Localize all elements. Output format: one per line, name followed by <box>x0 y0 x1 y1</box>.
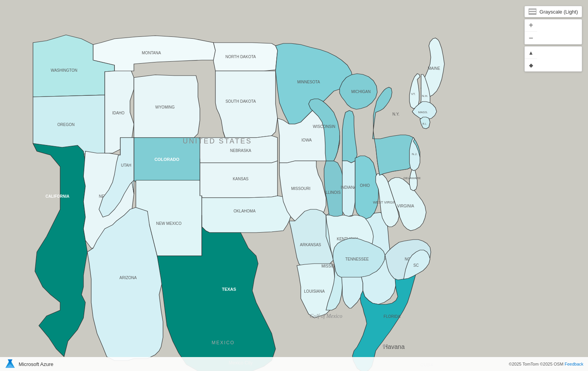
state-label-kansas: KANSAS <box>233 177 249 181</box>
state-label-virginia: VIRGINIA <box>397 204 414 208</box>
state-label-arkansas: ARKANSAS <box>300 243 321 247</box>
state-label-nebraska: NEBRASKA <box>230 148 252 153</box>
map-controls: Grayscale (Light) + − ▲ ◆ <box>524 6 582 72</box>
state-label-nh: N.H. <box>422 94 428 98</box>
state-label-texas: TEXAS <box>222 287 236 292</box>
state-label-ohio: OHIO <box>360 183 370 188</box>
microsoft-azure-logo: Microsoft Azure <box>5 359 54 369</box>
map-svg: WASHINGTON OREGON CALIFORNIA NEVADA IDAH… <box>0 0 588 371</box>
layer-label: Grayscale (Light) <box>539 9 578 15</box>
state-label-mass: MASS. <box>418 110 428 114</box>
map-container: WASHINGTON OREGON CALIFORNIA NEVADA IDAH… <box>0 0 588 371</box>
state-label-indiana: INDIANA <box>341 185 357 190</box>
zoom-controls: + − <box>524 19 582 45</box>
feedback-link[interactable]: Feedback <box>565 362 583 366</box>
state-label-illinois: ILLINOIS <box>324 190 340 195</box>
state-south-dakota[interactable] <box>215 71 278 138</box>
state-label-idaho: IDAHO <box>112 111 125 115</box>
state-label-florida: FLORIDA <box>383 314 401 319</box>
location-button[interactable]: ◆ <box>525 59 537 71</box>
compass-button[interactable]: ▲ <box>525 47 537 59</box>
state-label-north-dakota: NORTH DAKOTA <box>225 55 256 59</box>
mexico-label: MEXICO <box>212 340 234 345</box>
state-label-utah: UTAH <box>121 163 131 167</box>
state-label-louisiana: LOUISIANA <box>304 289 325 293</box>
state-label-tennessee: TENNESSEE <box>345 257 369 261</box>
state-label-delaware: DELAWARE <box>404 176 421 180</box>
state-label-nj: N.J. <box>412 152 417 156</box>
state-label-washington: WASHINGTON <box>51 68 77 72</box>
havana-dot <box>383 344 386 347</box>
attribution-tomtom: ©2025 TomTom ©2025 OSM <box>509 362 564 366</box>
layer-indicator[interactable]: Grayscale (Light) <box>524 6 582 17</box>
bottom-bar: Microsoft Azure ©2025 TomTom ©2025 OSM F… <box>0 357 588 371</box>
state-label-new-york: N.Y. <box>392 112 399 116</box>
state-label-iowa: IOWA <box>302 138 312 142</box>
state-label-ri: R.I. <box>423 123 427 125</box>
havana-label: Havana <box>383 343 404 350</box>
gulf-label: Gulf of Mexico <box>310 313 342 319</box>
azure-logo-icon <box>5 359 16 369</box>
azure-brand-text: Microsoft Azure <box>19 361 54 367</box>
state-label-wyoming: WYOMING <box>155 105 175 109</box>
state-label-south-dakota: SOUTH DAKOTA <box>225 99 256 104</box>
state-label-montana: MONTANA <box>142 51 161 55</box>
state-label-sc: SC <box>413 263 419 267</box>
zoom-out-button[interactable]: − <box>525 32 537 44</box>
zoom-in-button[interactable]: + <box>525 19 537 32</box>
layer-icon <box>529 9 536 15</box>
map-center-label: UNITED STATES <box>183 137 252 145</box>
state-label-maine: MAINE <box>428 66 440 71</box>
state-label-colorado: COLORADO <box>154 157 180 162</box>
state-label-oregon: OREGON <box>57 123 75 127</box>
state-label-minnesota: MINNESOTA <box>297 80 320 84</box>
state-oklahoma[interactable] <box>202 196 291 233</box>
state-label-wisconsin: WISCONSIN <box>313 124 335 129</box>
state-label-california: CALIFORNIA <box>45 194 69 198</box>
attribution-text: ©2025 TomTom ©2025 OSM Feedback <box>509 362 583 366</box>
state-label-oklahoma: OKLAHOMA <box>234 209 256 213</box>
state-label-arizona: ARIZONA <box>120 276 137 280</box>
state-label-vt: VT. <box>411 92 416 96</box>
state-label-new-mexico: NEW MEXICO <box>156 221 182 226</box>
state-label-missouri: MISSOURI <box>291 186 310 191</box>
extra-controls: ▲ ◆ <box>524 46 582 72</box>
state-label-michigan: MICHIGAN <box>351 90 371 94</box>
